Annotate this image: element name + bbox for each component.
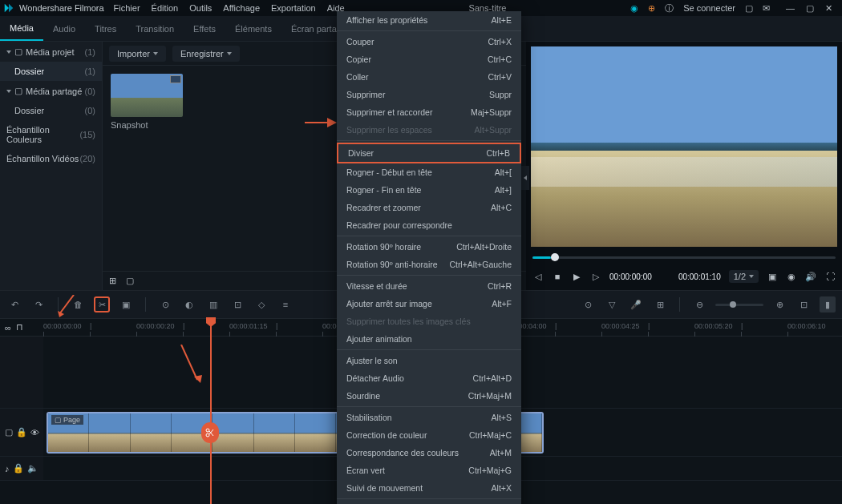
tracking-icon[interactable]: ⊡ — [229, 296, 245, 312]
menu-file[interactable]: Fichier — [114, 3, 140, 13]
context-menu-item[interactable]: CollerCtrl+V — [337, 68, 521, 86]
collapse-handle[interactable] — [521, 166, 529, 190]
sidebar-item-folder-2[interactable]: Dossier (0) — [0, 101, 102, 120]
snapshot-icon[interactable]: ◉ — [786, 271, 797, 282]
minimize-icon[interactable]: — — [786, 3, 795, 14]
tab-audio[interactable]: Audio — [43, 16, 85, 41]
magnet-icon[interactable]: ⊓ — [16, 322, 23, 333]
speed-icon[interactable]: ⊙ — [157, 296, 173, 312]
zoom-in-icon[interactable]: ⊕ — [771, 296, 787, 312]
record-icon[interactable]: ⊙ — [580, 296, 596, 312]
volume-icon[interactable]: 🔊 — [805, 271, 816, 282]
playhead[interactable] — [210, 319, 212, 504]
context-menu-item[interactable]: Supprimer et raccorderMaj+Suppr — [337, 103, 521, 121]
menu-export[interactable]: Exportation — [271, 3, 316, 13]
keyframe-icon[interactable]: ◇ — [253, 296, 269, 312]
lane-mute-icon[interactable]: 🔈 — [27, 463, 38, 474]
context-menu-item[interactable]: Vitesse et duréeCtrl+R — [337, 277, 521, 295]
context-menu-item[interactable]: DiviserCtrl+B — [337, 143, 521, 163]
mic-icon[interactable]: 🎤 — [628, 296, 644, 312]
delete-icon[interactable]: 🗑 — [70, 296, 86, 312]
context-menu-separator — [337, 406, 521, 407]
connect-label[interactable]: Se connecter — [683, 3, 735, 13]
lane-lock-icon[interactable]: 🔒 — [16, 427, 27, 437]
save-icon[interactable]: ▢ — [745, 3, 753, 14]
sidebar-item-video-samples[interactable]: Échantillon Vidéos (20) — [0, 149, 102, 168]
context-menu-item[interactable]: Afficher les propriétésAlt+E — [337, 11, 521, 29]
meter-icon[interactable]: ▮ — [820, 296, 836, 312]
sidebar-item-shared-media[interactable]: ▢ Média partagé (0) — [0, 81, 102, 101]
preview-scrubber[interactable] — [526, 252, 842, 263]
context-menu-item[interactable]: Correspondance des couleursAlt+M — [337, 444, 521, 462]
maximize-icon[interactable]: ▢ — [806, 3, 814, 14]
cart-icon[interactable]: ⊕ — [648, 3, 655, 14]
zoom-fit-icon[interactable]: ⊡ — [795, 296, 812, 312]
zoom-slider[interactable] — [715, 304, 763, 306]
context-menu-item[interactable]: Rogner - Début en têteAlt+[ — [337, 163, 521, 181]
greenscreen-icon[interactable]: ▥ — [205, 296, 221, 312]
zoom-out-icon[interactable]: ⊖ — [691, 296, 707, 312]
sidebar-item-color-samples[interactable]: Échantillon Couleurs (15) — [0, 120, 102, 149]
fullscreen-icon[interactable]: ⛶ — [824, 271, 836, 282]
context-menu-item[interactable]: CouperCtrl+X — [337, 33, 521, 50]
context-menu-item[interactable]: Rotation 90º anti-horaireCtrl+Alt+Gauche — [337, 256, 521, 273]
redo-icon[interactable]: ↷ — [30, 296, 47, 312]
context-menu-item[interactable]: Rogner - Fin en têteAlt+] — [337, 181, 521, 199]
tab-titles[interactable]: Titres — [85, 16, 126, 41]
tab-media[interactable]: Média — [0, 16, 43, 41]
settings-icon[interactable]: ≡ — [277, 296, 293, 312]
next-frame-icon[interactable]: ▷ — [590, 271, 601, 282]
prev-frame-icon[interactable]: ◁ — [532, 271, 544, 282]
headset-icon[interactable]: ◉ — [630, 3, 638, 14]
import-button[interactable]: Importer — [109, 46, 166, 62]
scrubber-thumb[interactable] — [551, 253, 559, 261]
context-menu-item[interactable]: Détacher AudioCtrl+Alt+D — [337, 369, 521, 387]
stop-icon[interactable]: ■ — [552, 271, 563, 282]
context-menu-item[interactable]: StabilisationAlt+S — [337, 409, 521, 426]
context-menu-item[interactable]: Suivi de mouvementAlt+X — [337, 479, 521, 497]
media-label: Snapshot — [111, 120, 183, 130]
context-menu-item[interactable]: SourdineCtrl+Maj+M — [337, 387, 521, 405]
page-indicator[interactable]: 1/2 — [729, 270, 759, 283]
link-icon[interactable]: ∞ — [5, 323, 11, 333]
sidebar-item-folder[interactable]: Dossier (1) — [0, 62, 102, 81]
context-menu-item[interactable]: CopierCtrl+C — [337, 50, 521, 68]
lane-mute-icon[interactable]: 👁 — [30, 428, 39, 437]
lane-lock-icon[interactable]: 🔒 — [13, 463, 24, 474]
context-menu-item[interactable]: SupprimerSuppr — [337, 86, 521, 103]
context-menu-item[interactable]: Copier effetCtrl+Alt+C — [337, 501, 521, 504]
add-folder-icon[interactable]: ⊞ — [109, 276, 116, 286]
tab-effects[interactable]: Effets — [184, 16, 225, 41]
pip-icon[interactable]: ▣ — [767, 271, 778, 282]
mail-icon[interactable]: ✉ — [763, 3, 770, 14]
context-menu-item[interactable]: Ajuster le son — [337, 352, 521, 369]
context-menu-item[interactable]: Recadrer pour correspondre — [337, 216, 521, 234]
lane-audio-icon[interactable]: ♪ — [5, 464, 10, 474]
color-icon[interactable]: ◐ — [181, 296, 197, 312]
menu-tools[interactable]: Outils — [189, 3, 212, 13]
menu-edit[interactable]: Édition — [152, 3, 179, 13]
crop-icon[interactable]: ▣ — [118, 296, 134, 312]
sidebar-item-project-media[interactable]: ▢ Média projet (1) — [0, 42, 102, 62]
lane-video-icon[interactable]: ▢ — [5, 427, 13, 437]
play-icon[interactable]: ▶ — [571, 271, 582, 282]
marker-icon[interactable]: ▽ — [604, 296, 620, 312]
undo-icon[interactable]: ↶ — [6, 296, 22, 312]
split-icon[interactable]: ✂ — [94, 296, 110, 312]
tab-transition[interactable]: Transition — [126, 16, 184, 41]
context-menu-item[interactable]: Recadrer et zoomerAlt+C — [337, 199, 521, 216]
context-menu-item[interactable]: Rotation 90º horaireCtrl+Alt+Droite — [337, 238, 521, 256]
record-button[interactable]: Enregistrer — [172, 46, 240, 62]
tab-elements[interactable]: Éléments — [225, 16, 281, 41]
context-menu-item[interactable]: Ajouter arrêt sur imageAlt+F — [337, 295, 521, 312]
info-icon[interactable]: ⓘ — [665, 2, 674, 14]
context-menu-item[interactable]: Écran vertCtrl+Maj+G — [337, 462, 521, 479]
preview-video[interactable] — [531, 46, 837, 247]
menu-view[interactable]: Affichage — [223, 3, 260, 13]
media-item[interactable]: Snapshot — [111, 74, 183, 263]
folder-icon[interactable]: ▢ — [126, 276, 134, 286]
mixer-icon[interactable]: ⊞ — [652, 296, 668, 312]
close-icon[interactable]: ✕ — [825, 3, 832, 14]
context-menu-item[interactable]: Correction de couleurCtrl+Maj+C — [337, 426, 521, 444]
context-menu-item[interactable]: Ajouter animation — [337, 330, 521, 348]
